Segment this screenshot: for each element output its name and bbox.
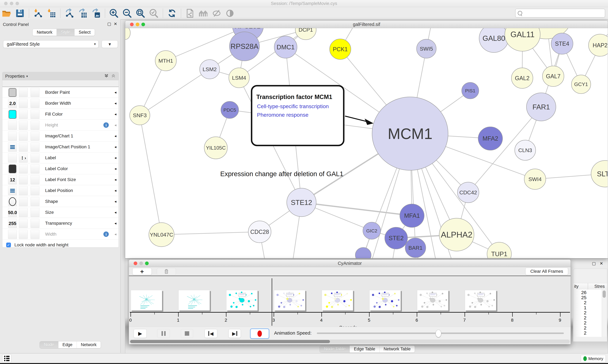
tab-style[interactable]: Style xyxy=(57,29,75,36)
default-value-cell[interactable] xyxy=(8,164,17,173)
default-value-cell[interactable] xyxy=(8,186,17,195)
property-row-width[interactable]: Widthi◂ xyxy=(2,229,119,240)
expand-row-icon[interactable]: ◂ xyxy=(114,210,116,215)
default-value-cell[interactable] xyxy=(8,197,17,206)
close-panel-icon[interactable]: ✕ xyxy=(114,22,117,26)
property-row-image-chart-position-1[interactable]: Image/Chart Position 1◂ xyxy=(2,142,119,152)
mapping-cell[interactable] xyxy=(19,110,28,119)
tab-edge-table[interactable]: Edge Table xyxy=(350,346,380,352)
property-row-border-paint[interactable]: Border Paint◂ xyxy=(2,87,119,98)
info-icon[interactable]: i xyxy=(103,122,109,128)
close-icon[interactable] xyxy=(134,261,137,265)
stop-button[interactable] xyxy=(181,329,193,338)
float-panel-icon[interactable]: ▢ xyxy=(107,22,111,26)
style-select[interactable]: galFiltered Style ▾ xyxy=(3,40,98,48)
default-value-cell[interactable] xyxy=(8,88,17,97)
zoom-icon[interactable] xyxy=(141,23,145,26)
timeline-playhead[interactable] xyxy=(272,278,272,326)
annotation-link[interactable]: Pheromone response xyxy=(257,112,308,118)
expand-row-icon[interactable]: ◂ xyxy=(114,221,116,225)
table-cell-connectivity[interactable]: 2 xyxy=(574,315,586,321)
property-row-label-position[interactable]: Label Position◂ xyxy=(2,185,119,196)
bypass-cell[interactable] xyxy=(30,230,40,239)
timeline-ruler[interactable] xyxy=(130,312,570,312)
mapping-cell[interactable] xyxy=(19,88,28,97)
tab-select[interactable]: Select xyxy=(75,29,95,36)
import-table-icon[interactable] xyxy=(46,9,57,18)
timeline-frame-3[interactable] xyxy=(226,290,258,311)
default-value-cell[interactable]: 255 xyxy=(8,219,17,228)
collapse-all-icon[interactable] xyxy=(111,73,116,79)
style-options-button[interactable]: ▾ xyxy=(102,40,118,48)
expand-row-icon[interactable]: ◂ xyxy=(114,188,116,193)
tab-network-table[interactable]: Network Table xyxy=(380,346,415,352)
table-cell-connectivity[interactable]: 1 xyxy=(574,305,586,310)
task-history-button[interactable] xyxy=(2,354,11,363)
mapping-cell[interactable] xyxy=(19,143,28,152)
bypass-cell[interactable] xyxy=(30,110,40,119)
timeline-frame-7[interactable] xyxy=(417,290,448,311)
save-session-icon[interactable] xyxy=(14,9,26,18)
network-window-titlebar[interactable]: galFiltered.sif xyxy=(125,21,608,28)
default-value-cell[interactable] xyxy=(8,153,17,163)
default-value-cell[interactable] xyxy=(8,143,17,152)
table-cell-connectivity[interactable]: 2 xyxy=(574,310,586,315)
open-session-icon[interactable] xyxy=(1,9,12,18)
bypass-cell[interactable] xyxy=(30,121,40,130)
default-value-cell[interactable] xyxy=(8,131,17,141)
property-row-transparency[interactable]: 255Transparency◂ xyxy=(2,218,119,229)
info-icon[interactable]: i xyxy=(103,232,109,237)
expand-all-icon[interactable] xyxy=(104,73,109,79)
property-row-fill-color[interactable]: Fill Color◂ xyxy=(2,109,119,120)
export-network-icon[interactable] xyxy=(64,9,75,18)
bypass-cell[interactable] xyxy=(30,208,40,217)
default-value-cell[interactable]: 50.0 xyxy=(8,208,17,217)
mapping-cell[interactable] xyxy=(19,99,28,108)
table-cell-connectivity[interactable]: 2 xyxy=(574,320,586,325)
zoom-fit-icon[interactable] xyxy=(135,9,146,18)
play-button[interactable]: ▶ xyxy=(134,329,147,338)
bypass-cell[interactable] xyxy=(30,153,40,163)
mapping-cell[interactable] xyxy=(19,219,28,228)
lock-size-row[interactable]: ✓ Lock node width and height xyxy=(2,240,119,247)
property-row-height[interactable]: Heighti◂ xyxy=(2,120,119,130)
property-row-label-color[interactable]: Label Color◂ xyxy=(2,163,119,174)
table-cell-connectivity[interactable]: 2 xyxy=(574,325,586,331)
mapping-cell[interactable] xyxy=(19,208,28,217)
skip-to-end-button[interactable]: ▶ xyxy=(228,329,241,338)
default-value-cell[interactable] xyxy=(8,121,17,130)
col-stress[interactable]: Stres xyxy=(594,284,605,289)
bypass-cell[interactable] xyxy=(30,164,40,173)
mapping-cell[interactable] xyxy=(19,164,28,173)
zoom-in-icon[interactable] xyxy=(108,9,120,18)
mapping-cell[interactable] xyxy=(19,175,28,184)
clear-all-frames-button[interactable]: Clear All Frames xyxy=(525,268,568,275)
expand-row-icon[interactable]: ◂ xyxy=(114,156,116,160)
mapping-cell[interactable]: ⋮› xyxy=(19,153,28,163)
scrollbar-thumb[interactable] xyxy=(603,290,606,298)
mapping-cell[interactable] xyxy=(19,197,28,206)
close-panel-icon[interactable]: ✕ xyxy=(600,261,603,266)
default-value-cell[interactable] xyxy=(8,110,17,119)
float-panel-icon[interactable]: ▢ xyxy=(592,261,596,266)
mapping-cell[interactable] xyxy=(19,230,28,239)
bypass-cell[interactable] xyxy=(30,175,40,184)
property-row-label[interactable]: ⋮›Label◂ xyxy=(2,152,119,163)
mapping-cell[interactable] xyxy=(19,131,28,141)
scrollbar-thumb[interactable] xyxy=(130,340,330,343)
expand-row-icon[interactable]: ◂ xyxy=(114,167,116,171)
annotation-link[interactable]: Cell-type-specific transcription xyxy=(257,103,329,109)
export-table-icon[interactable] xyxy=(77,9,88,18)
table-cell-connectivity[interactable]: 2 xyxy=(574,300,586,305)
timeline-frame-6[interactable] xyxy=(369,290,401,311)
default-value-cell[interactable]: 2.0 xyxy=(8,99,17,108)
property-row-shape[interactable]: Shape◂ xyxy=(2,196,119,207)
tab-edge[interactable]: Edge xyxy=(58,341,77,348)
timeline-hscrollbar[interactable] xyxy=(129,340,570,343)
tab-node[interactable]: Node xyxy=(40,341,58,348)
expand-row-icon[interactable]: ◂ xyxy=(114,145,116,149)
col-connectivity[interactable]: ity xyxy=(574,284,579,289)
tab-network[interactable]: Network xyxy=(77,341,101,348)
tab-network[interactable]: Network xyxy=(33,29,57,36)
refresh-layout-icon[interactable] xyxy=(166,9,178,18)
